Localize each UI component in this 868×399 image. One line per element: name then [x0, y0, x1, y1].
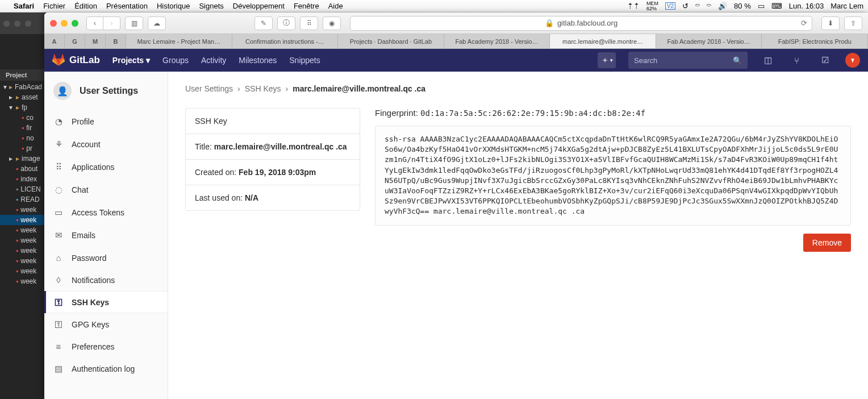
- tree-item[interactable]: ▪co: [0, 113, 44, 123]
- sidebar-item-preferences[interactable]: ≡Preferences: [44, 335, 168, 358]
- browser-tab[interactable]: Marc Lemaire - Project Man…: [126, 34, 232, 48]
- browser-tab[interactable]: marc.lemaire@ville.montre…: [550, 34, 656, 48]
- sidebar-item-gpg-keys[interactable]: ⚿GPG Keys: [44, 313, 168, 335]
- sidebar-button[interactable]: ▥: [125, 16, 143, 30]
- file-tree[interactable]: ▾▸FabAcad▸▸asset▾▸fp▪co▪fir▪no▪pr▸▸image…: [0, 81, 44, 288]
- tree-item[interactable]: ▪week: [0, 266, 44, 276]
- breadcrumb-b[interactable]: SSH Keys: [245, 84, 281, 93]
- tree-item[interactable]: ▪pr: [0, 143, 44, 153]
- sidebar-item-profile[interactable]: ◔Profile: [44, 110, 168, 133]
- tree-item[interactable]: ▾▸fp: [0, 102, 44, 113]
- safari-window: ‹ › ▥ ☁ ✎ ⓘ ⠿ ◉ 🔒 gitlab.fabcloud.org ⟳ …: [44, 13, 868, 399]
- reload-icon[interactable]: ⟳: [801, 19, 807, 27]
- downloads-button[interactable]: ⬇: [821, 16, 840, 30]
- search-input[interactable]: Search 🔍: [628, 52, 748, 69]
- tree-item[interactable]: ▾▸FabAcad: [0, 82, 44, 92]
- tree-item[interactable]: ▪fir: [0, 123, 44, 133]
- sidebar-item-chat[interactable]: ◌Chat: [44, 178, 168, 201]
- tree-item[interactable]: ▪index: [0, 174, 44, 184]
- window-close[interactable]: [50, 20, 57, 27]
- sidebar-item-emails[interactable]: ✉Emails: [44, 224, 168, 247]
- sidebar-item-applications[interactable]: ⠿Applications: [44, 156, 168, 178]
- tree-item[interactable]: ▪about: [0, 164, 44, 174]
- gitlab-logo[interactable]: GitLab: [52, 54, 100, 66]
- merge-requests-icon[interactable]: ⑂: [788, 52, 804, 69]
- menu-fenetre[interactable]: Fenêtre: [294, 2, 319, 10]
- forward-button[interactable]: ›: [103, 16, 120, 30]
- tree-item[interactable]: ▸▸asset: [0, 92, 44, 102]
- input-icon[interactable]: ⌨: [771, 2, 782, 10]
- tree-item[interactable]: ▪week: [0, 215, 44, 225]
- nav-activity[interactable]: Activity: [201, 56, 226, 65]
- back-button[interactable]: ‹: [86, 16, 103, 30]
- nav-groups[interactable]: Groups: [162, 56, 189, 65]
- extensions-button[interactable]: ◉: [323, 16, 341, 30]
- browser-tab[interactable]: Fab Academy 2018 - Versio…: [444, 34, 550, 48]
- menu-aide[interactable]: Aide: [328, 2, 343, 10]
- fav-b[interactable]: B: [106, 34, 126, 48]
- clock[interactable]: Lun. 16:03: [789, 2, 824, 10]
- tree-item[interactable]: ▪week: [0, 225, 44, 235]
- new-button[interactable]: ＋ ▾: [598, 52, 616, 68]
- timemachine-icon[interactable]: ↺: [682, 2, 688, 10]
- browser-tab[interactable]: FabISP: Electronics Produ: [762, 34, 868, 48]
- sidebar-item-icon: ⚿: [53, 297, 64, 307]
- grid-button[interactable]: ⠿: [300, 16, 318, 30]
- url-host: gitlab.fabcloud.org: [557, 19, 617, 27]
- app-name[interactable]: Safari: [14, 2, 34, 10]
- nav-snippets[interactable]: Snippets: [289, 56, 320, 65]
- sidebar-item-account[interactable]: ⚘Account: [44, 133, 168, 156]
- tree-item[interactable]: ▪week: [0, 276, 44, 286]
- url-bar[interactable]: 🔒 gitlab.fabcloud.org ⟳: [350, 16, 812, 31]
- vnc-icon[interactable]: V2: [665, 2, 675, 10]
- tree-item[interactable]: ▸▸image: [0, 153, 44, 164]
- window-zoom[interactable]: [72, 20, 78, 27]
- tree-item[interactable]: ▪week: [0, 256, 44, 266]
- user-name[interactable]: Marc Lem: [831, 2, 863, 10]
- icloud-tabs-button[interactable]: ☁: [148, 16, 166, 30]
- menu-edition[interactable]: Édition: [74, 2, 97, 10]
- fav-g[interactable]: G: [65, 34, 85, 48]
- menu-signets[interactable]: Signets: [199, 2, 223, 10]
- breadcrumb-a[interactable]: User Settings: [185, 84, 233, 93]
- fav-a[interactable]: A: [44, 34, 65, 48]
- browser-tab[interactable]: Confirmation instructions -…: [232, 34, 339, 48]
- menu-historique[interactable]: Historique: [157, 2, 190, 10]
- user-avatar[interactable]: [845, 53, 860, 68]
- menu-presentation[interactable]: Présentation: [106, 2, 148, 10]
- tree-item[interactable]: ▪READ: [0, 194, 44, 205]
- tree-item[interactable]: ▪no: [0, 133, 44, 143]
- compose-button[interactable]: ✎: [254, 16, 273, 30]
- tree-item[interactable]: ▪week: [0, 246, 44, 256]
- battery-icon[interactable]: ▭: [758, 2, 765, 10]
- share-button[interactable]: ⇪: [844, 16, 862, 30]
- sidebar-item-access-tokens[interactable]: ▭Access Tokens: [44, 201, 168, 224]
- volume-icon[interactable]: 🔊: [718, 2, 727, 10]
- editor-close[interactable]: [3, 20, 10, 27]
- editor-min[interactable]: [14, 20, 20, 27]
- menu-fichier[interactable]: Fichier: [43, 2, 65, 10]
- sidebar-item-ssh-keys[interactable]: ⚿SSH Keys: [44, 291, 168, 313]
- menu-developpement[interactable]: Développement: [233, 2, 285, 10]
- browser-tab[interactable]: Fab Academy 2018 - Versio…: [656, 34, 762, 48]
- editor-max[interactable]: [25, 20, 31, 27]
- nav-projects[interactable]: Projects ▾: [112, 56, 150, 65]
- remove-button[interactable]: Remove: [803, 234, 851, 252]
- tree-item[interactable]: ▪week: [0, 235, 44, 246]
- sidebar-item-password[interactable]: ⌂Password: [44, 247, 168, 269]
- sidebar-item-authentication-log[interactable]: ▤Authentication log: [44, 358, 168, 380]
- tree-item[interactable]: ▪LICEN: [0, 184, 44, 194]
- todos-icon[interactable]: ☑: [817, 52, 833, 69]
- window-minimize[interactable]: [61, 20, 68, 27]
- fav-m[interactable]: M: [85, 34, 106, 48]
- sidebar-title: User Settings: [80, 86, 138, 96]
- dropbox-icon[interactable]: ⇡⇡: [627, 2, 640, 10]
- wifi-icon[interactable]: ⌔: [707, 2, 711, 10]
- tree-item[interactable]: ▪week: [0, 205, 44, 215]
- privacy-button[interactable]: ⓘ: [277, 16, 295, 30]
- nav-milestones[interactable]: Milestones: [239, 56, 277, 65]
- browser-tab[interactable]: Projects · Dashboard · GitLab: [338, 34, 444, 48]
- sidebar-item-notifications[interactable]: ◊Notifications: [44, 269, 168, 291]
- bluetooth-icon[interactable]: ⌔: [695, 2, 700, 10]
- issues-icon[interactable]: ◫: [760, 52, 776, 69]
